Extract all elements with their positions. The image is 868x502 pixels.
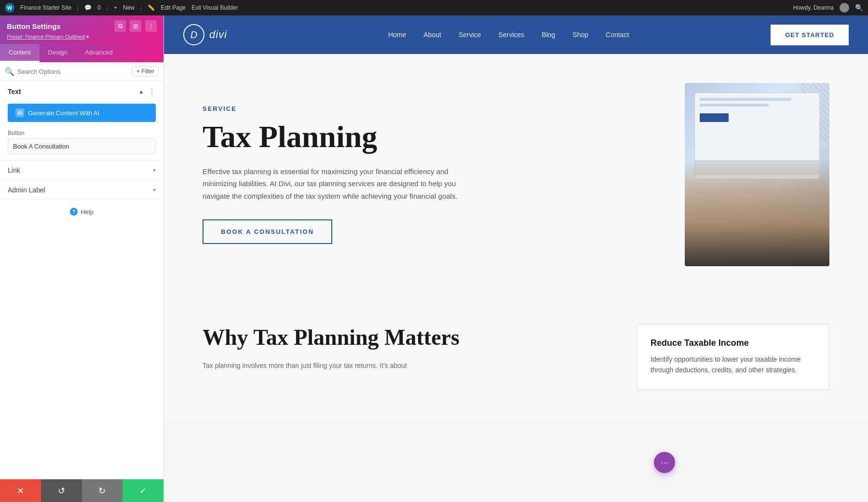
ai-icon: AI <box>15 109 24 117</box>
nav-shop[interactable]: Shop <box>564 15 597 54</box>
panel-search: 🔍 + Filter <box>0 62 163 81</box>
filter-button[interactable]: + Filter <box>132 66 159 77</box>
nav-contact[interactable]: Contact <box>597 15 637 54</box>
hero-text: SERVICE Tax Planning Effective tax plann… <box>203 105 656 244</box>
admin-bar: W Finance Starter Site | 💬 0 | + New | ✏… <box>0 0 868 15</box>
hero-image <box>685 83 829 266</box>
fab-button[interactable]: ··· <box>654 452 675 473</box>
plus-icon: + <box>114 4 117 11</box>
logo-text: divi <box>209 28 227 41</box>
panel-header-top: Button Settings ⧉ ⊞ ⋮ <box>7 20 157 32</box>
card-aside: Reduce Taxable Income Identify opportuni… <box>637 324 829 390</box>
hero-section: SERVICE Tax Planning Effective tax plann… <box>164 54 868 295</box>
laptop-line-1 <box>700 98 791 101</box>
hero-description: Effective tax planning is essential for … <box>203 165 473 203</box>
bottom-title: Why Tax Planning Matters <box>203 324 608 351</box>
search-icon[interactable]: 🔍 <box>855 4 863 12</box>
comment-icon: 💬 <box>84 4 92 11</box>
admin-label-section[interactable]: Admin Label ▾ <box>0 180 163 200</box>
laptop-btn-sim <box>700 113 729 122</box>
hero-section-label: SERVICE <box>203 105 656 112</box>
panel-header: Button Settings ⧉ ⊞ ⋮ Preset: Finance Pr… <box>0 15 163 44</box>
site-logo: D divi <box>183 24 227 45</box>
copy-icon-btn[interactable]: ⧉ <box>114 20 126 32</box>
nav-home[interactable]: Home <box>380 15 415 54</box>
separator: | <box>77 4 79 11</box>
search-input[interactable] <box>17 68 129 75</box>
ai-btn-label: Generate Content With AI <box>28 109 99 117</box>
hero-title: Tax Planning <box>203 120 656 154</box>
nav-about[interactable]: About <box>415 15 450 54</box>
nav-blog[interactable]: Blog <box>533 15 564 54</box>
comments-link[interactable]: 0 <box>97 4 101 11</box>
exit-builder-link[interactable]: Exit Visual Builder <box>191 4 238 11</box>
admin-label-title: Admin Label <box>8 186 45 194</box>
button-input-label: Button <box>8 130 156 136</box>
confirm-button[interactable]: ✓ <box>122 479 163 502</box>
avatar[interactable] <box>840 3 849 13</box>
link-section-title: Link <box>8 166 20 174</box>
book-consultation-button[interactable]: BOOK A CONSULTATION <box>203 219 332 244</box>
grid-icon-btn[interactable]: ⊞ <box>130 20 141 32</box>
text-section-header[interactable]: Text ▲ ⋮ <box>0 81 163 102</box>
sep3: | <box>140 4 142 11</box>
logo-circle: D <box>183 24 204 45</box>
new-link[interactable]: New <box>123 4 135 11</box>
help-icon: ? <box>70 208 78 216</box>
bottom-section: Why Tax Planning Matters Tax planning in… <box>164 295 868 419</box>
sep2: | <box>107 4 108 11</box>
help-section[interactable]: ? Help <box>0 200 163 223</box>
main-content: D divi Home About Service Services Blog … <box>164 15 868 502</box>
text-section-title: Text <box>8 88 21 95</box>
chevron-down-icon-2: ▾ <box>153 187 156 193</box>
section-controls: ▲ ⋮ <box>138 87 156 96</box>
nav-service[interactable]: Service <box>450 15 490 54</box>
bottom-text: Why Tax Planning Matters Tax planning in… <box>203 324 608 390</box>
site-nav: D divi Home About Service Services Blog … <box>164 15 868 54</box>
redo-button[interactable]: ↻ <box>82 479 123 502</box>
ai-generate-button[interactable]: AI Generate Content With AI <box>8 104 156 122</box>
link-section[interactable]: Link ▾ <box>0 161 163 180</box>
nav-services[interactable]: Services <box>490 15 533 54</box>
get-started-button[interactable]: GET STARTED <box>771 25 849 45</box>
page-layout: Button Settings ⧉ ⊞ ⋮ Preset: Finance Pr… <box>0 15 868 502</box>
button-input-group: Button <box>0 128 163 160</box>
site-name-link[interactable]: Finance Starter Site <box>20 4 71 11</box>
fab-icon: ··· <box>661 458 668 468</box>
undo-button[interactable]: ↺ <box>41 479 82 502</box>
panel-icons: ⧉ ⊞ ⋮ <box>114 20 157 32</box>
chevron-up-icon: ▲ <box>138 88 144 95</box>
hands-area <box>685 160 829 266</box>
cancel-button[interactable]: ✕ <box>0 479 41 502</box>
bottom-description: Tax planning involves more than just fil… <box>203 360 415 372</box>
panel-tabs: Content Design Advanced <box>0 44 163 62</box>
dots-icon-btn[interactable]: ⋮ <box>145 20 157 32</box>
text-section: Text ▲ ⋮ AI Generate Content With AI But… <box>0 81 163 161</box>
sidebar-panel: Button Settings ⧉ ⊞ ⋮ Preset: Finance Pr… <box>0 15 164 502</box>
nav-links: Home About Service Services Blog Shop Co… <box>246 15 771 54</box>
tab-design[interactable]: Design <box>40 44 76 62</box>
info-card: Reduce Taxable Income Identify opportuni… <box>637 324 829 390</box>
howdy-label: Howdy, Deanna <box>793 4 834 11</box>
help-label: Help <box>81 208 94 216</box>
pencil-icon: ✏️ <box>148 4 155 11</box>
panel-bottom-bar: ✕ ↺ ↻ ✓ <box>0 479 163 502</box>
button-text-input[interactable] <box>8 138 156 154</box>
panel-preset-label[interactable]: Preset: Finance Primary Outlined ▾ <box>7 34 157 40</box>
tab-advanced[interactable]: Advanced <box>76 44 122 62</box>
tab-content[interactable]: Content <box>0 44 40 62</box>
card-title: Reduce Taxable Income <box>651 338 815 348</box>
search-icon: 🔍 <box>5 67 14 76</box>
section-menu-icon[interactable]: ⋮ <box>148 87 156 96</box>
chevron-down-icon: ▾ <box>153 167 156 174</box>
laptop-line-2 <box>700 104 769 107</box>
panel-title: Button Settings <box>7 22 61 30</box>
edit-page-link[interactable]: Edit Page <box>161 4 186 11</box>
laptop-screen <box>695 93 819 161</box>
panel-body: Text ▲ ⋮ AI Generate Content With AI But… <box>0 81 163 479</box>
card-desc: Identify opportunities to lower your tax… <box>651 354 815 376</box>
wordpress-icon[interactable]: W <box>5 3 14 13</box>
